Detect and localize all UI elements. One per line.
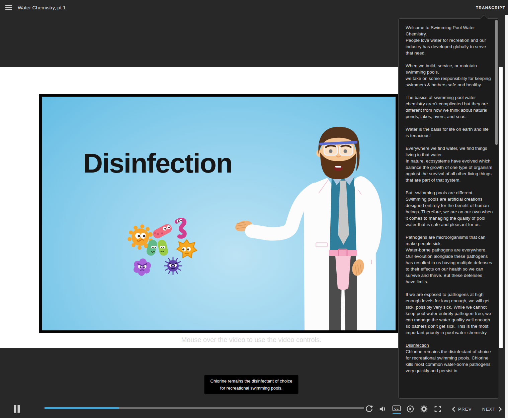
pause-icon [12,404,21,414]
transcript-scrollbar-thumb[interactable] [495,20,498,145]
hamburger-icon [5,5,12,6]
svg-text:CC: CC [394,406,399,410]
violet-urchin-germ [164,257,182,275]
pause-button[interactable] [12,404,21,414]
transcript-paragraph: The basics of swimming pool water chemis… [406,94,493,120]
chevron-right-icon [498,406,502,412]
progress-fill [45,407,119,409]
player-window: Water Chemistry, pt 1 TRANSCRIPT Disinfe… [0,0,508,418]
transcript-panel[interactable]: Welcome to Swimming Pool Water Chemistry… [398,18,499,399]
hamburger-icon [5,7,12,8]
next-button[interactable]: NEXT [482,406,502,412]
replay-icon [365,405,373,413]
control-bar: CC [0,400,505,418]
slide-title: Disinfection [83,149,232,177]
transcript-paragraph: But, swimming pools are different. Swimm… [406,190,493,228]
panel-pointer [480,14,488,22]
magenta-worm-germ [177,219,185,237]
closed-captions-icon: CC [392,404,401,412]
fullscreen-button[interactable] [433,403,442,415]
transcript-text: Welcome to Swimming Pool Water Chemistry… [406,24,493,397]
settings-button[interactable] [420,403,428,415]
orange-amoeba-germ [177,240,197,258]
prev-button[interactable]: PREV [452,406,472,412]
page-scrollbar-gutter [505,15,508,418]
volume-button[interactable] [378,403,387,415]
menu-button[interactable] [5,4,13,11]
transcript-paragraph: When we build, service, or maintain swim… [406,63,493,88]
germs-illustration [124,218,201,280]
closed-captions-button[interactable]: CC [392,403,401,415]
transcript-paragraph: Everywhere we find water, we find things… [406,145,493,183]
pink-bacteria-germ [151,222,173,240]
video-content: Disinfection [42,97,396,330]
transcript-toggle-button[interactable]: TRANSCRIPT [474,5,507,10]
transcript-paragraph: If we are exposed to pathogens at high e… [406,291,493,336]
transcript-paragraph: Chlorine remains the disinfectant of cho… [406,348,493,374]
playback-speed-button[interactable] [406,403,415,415]
transcript-heading: Disinfection [406,342,493,348]
prev-label: PREV [458,407,472,412]
purple-fluff-germ [134,258,151,276]
playback-speed-icon [406,405,415,413]
fullscreen-icon [433,405,442,413]
page-title: Water Chemistry, pt 1 [18,5,66,10]
hamburger-icon [5,9,12,10]
replay-button[interactable] [365,403,373,415]
volume-icon [378,405,387,413]
transcript-paragraph: Water is the basis for life on earth and… [406,126,493,139]
green-duo-germ [146,239,169,256]
chevron-left-icon [452,406,455,412]
scientist-illustration [228,124,396,330]
video-player[interactable]: Disinfection [39,94,398,333]
settings-gear-icon [420,405,428,413]
transcript-paragraph: Welcome to Swimming Pool Water Chemistry… [406,24,493,56]
closed-caption-text: Chlorine remains the disinfectant of cho… [204,375,299,394]
transcript-paragraph: Pathogens are microorganisms that can ma… [406,234,493,285]
cc-active-indicator [393,413,401,414]
seek-bar[interactable] [45,407,364,409]
next-label: NEXT [482,407,496,412]
